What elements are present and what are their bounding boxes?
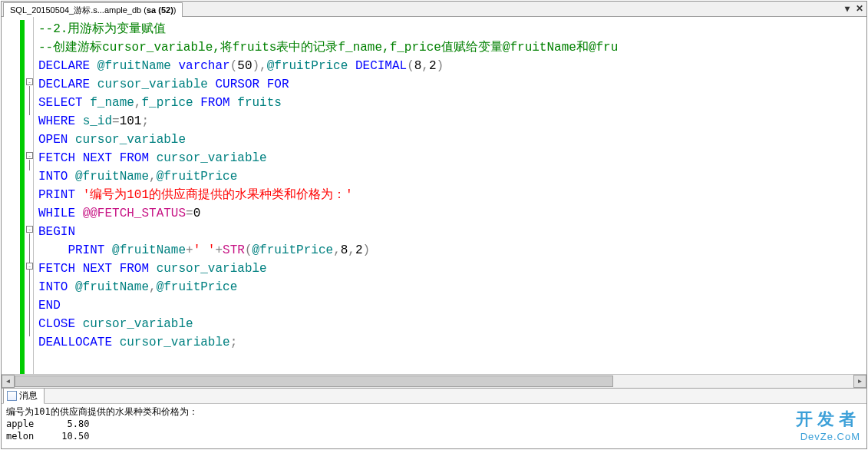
punct: , <box>149 280 157 294</box>
op: + <box>215 243 223 257</box>
gutter: - - - - <box>2 17 34 374</box>
ident: cursor_variable <box>157 262 267 276</box>
ident: cursor_variable <box>97 78 208 91</box>
messages-tab-label: 消息 <box>19 389 38 402</box>
kw: FROM <box>120 262 149 276</box>
kw: NEXT <box>83 262 112 276</box>
ident: cursor_variable <box>120 336 230 349</box>
messages-tab-bar: 消息 <box>2 389 866 404</box>
kw: WHERE <box>38 114 75 128</box>
comment: --2.用游标为变量赋值 <box>38 22 166 36</box>
app-window: SQL_20150504_游标.s...ample_db (sa (52)) ▾… <box>1 1 867 449</box>
num: 8 <box>414 59 422 73</box>
punct: , <box>134 96 142 110</box>
punct: ( <box>230 59 238 73</box>
num: 50 <box>237 59 252 73</box>
fold-line <box>29 270 30 281</box>
col: s_id <box>83 114 112 128</box>
var: @fruitName <box>75 280 149 294</box>
sysvar: @@FETCH_STATUS <box>83 207 186 220</box>
var: @fruitName <box>112 243 186 257</box>
messages-tab[interactable]: 消息 <box>3 388 45 404</box>
var: @fruitPrice <box>157 170 238 184</box>
col: f_name <box>90 96 134 110</box>
punct: , <box>348 243 355 257</box>
tab-label-suffix: ) <box>173 5 177 15</box>
op: = <box>186 207 193 220</box>
kw: PRINT <box>38 188 75 202</box>
horizontal-scrollbar[interactable]: ◄ ► <box>2 374 866 387</box>
punct: ( <box>407 59 414 73</box>
msg-line: 编号为101的供应商提供的水果种类和价格为： <box>6 406 198 417</box>
var: @fruitName <box>75 170 149 184</box>
kw: FOR <box>267 78 289 91</box>
scroll-thumb[interactable] <box>15 376 613 387</box>
kw: DECLARE <box>38 59 90 73</box>
punct: ; <box>141 114 149 128</box>
punct: ) <box>437 59 444 73</box>
punct: , <box>333 243 341 257</box>
messages-output[interactable]: 编号为101的供应商提供的水果种类和价格为： apple 5.80 melon … <box>2 404 866 448</box>
kw: NEXT <box>83 151 112 165</box>
kw: CLOSE <box>38 317 75 331</box>
close-icon[interactable]: ✕ <box>856 3 863 14</box>
kw: INTO <box>38 280 68 294</box>
fold-toggle[interactable]: - <box>26 226 33 233</box>
ident: cursor_variable <box>75 133 186 147</box>
kw: END <box>38 299 61 313</box>
fold-line <box>29 233 30 336</box>
messages-panel: 消息 编号为101的供应商提供的水果种类和价格为： apple 5.80 mel… <box>2 387 866 448</box>
punct: ) <box>363 243 371 257</box>
table: fruits <box>237 96 282 110</box>
tab-label-prefix: SQL_20150504_游标.s...ample_db ( <box>10 5 147 15</box>
var: @fruitName <box>97 59 171 73</box>
scroll-track[interactable] <box>15 375 853 388</box>
fold-toggle[interactable]: - <box>26 152 33 159</box>
var: @fruitPrice <box>157 280 238 294</box>
kw: INTO <box>38 170 68 184</box>
fold-line <box>29 86 30 115</box>
kw: FROM <box>200 96 229 110</box>
scroll-left-icon[interactable]: ◄ <box>2 375 15 388</box>
editor-area: - - - - --2.用游标为变量赋值 --创建游标cursor_variab… <box>2 17 866 374</box>
kw: OPEN <box>38 133 68 147</box>
num: 8 <box>341 243 348 257</box>
tab-bar: SQL_20150504_游标.s...ample_db (sa (52)) ▾… <box>2 2 866 17</box>
punct: ; <box>230 336 238 349</box>
num: 2 <box>429 59 437 73</box>
op: + <box>186 243 193 257</box>
fold-line <box>29 160 30 170</box>
kw: FROM <box>120 151 149 165</box>
num: 101 <box>120 114 142 128</box>
fold-toggle[interactable]: - <box>26 263 33 270</box>
dropdown-icon[interactable]: ▾ <box>845 3 850 14</box>
string: ' ' <box>193 243 216 257</box>
punct: ), <box>252 59 266 73</box>
tab-label-bold: sa (52) <box>147 5 173 15</box>
document-icon <box>7 391 17 401</box>
msg-line: melon 10.50 <box>6 431 89 442</box>
kw: CURSOR <box>215 78 259 91</box>
type: varchar <box>178 59 229 73</box>
msg-line: apple 5.80 <box>6 419 89 429</box>
type: DECIMAL <box>355 59 407 73</box>
num: 0 <box>193 207 201 220</box>
fold-toggle[interactable]: - <box>26 78 33 85</box>
scroll-right-icon[interactable]: ► <box>853 375 866 388</box>
func: STR <box>223 243 245 257</box>
punct: , <box>421 59 429 73</box>
kw: DEALLOCATE <box>38 336 112 349</box>
punct: ( <box>245 243 252 257</box>
comment: --创建游标cursor_variable,将fruits表中的记录f_name… <box>38 41 618 55</box>
kw: FETCH <box>38 262 75 276</box>
tab-controls: ▾ ✕ <box>845 3 863 14</box>
col: f_price <box>141 96 193 110</box>
kw: FETCH <box>38 151 75 165</box>
editor-tab[interactable]: SQL_20150504_游标.s...ample_db (sa (52)) <box>3 2 183 17</box>
ident: cursor_variable <box>157 151 267 165</box>
var: @fruitPrice <box>267 59 348 73</box>
op: = <box>112 114 120 128</box>
kw: BEGIN <box>38 225 75 239</box>
code-editor[interactable]: --2.用游标为变量赋值 --创建游标cursor_variable,将frui… <box>34 17 866 374</box>
change-bar <box>20 20 25 374</box>
